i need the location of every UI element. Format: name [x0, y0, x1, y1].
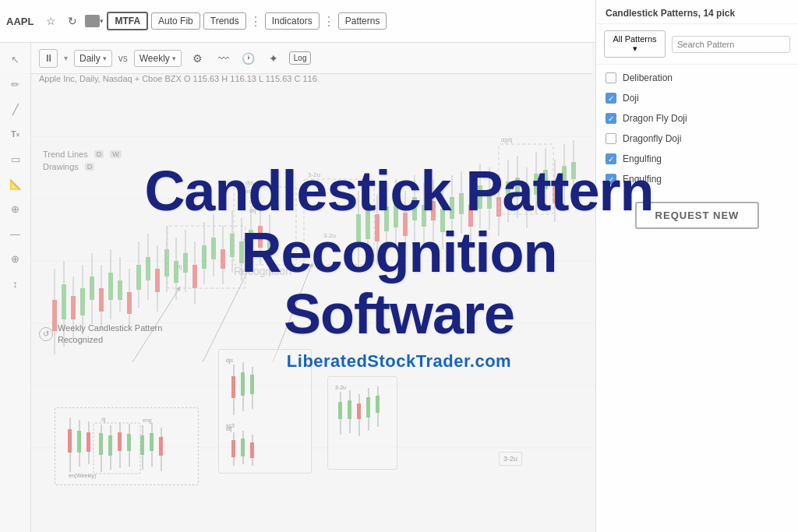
svg-rect-123 [87, 432, 90, 452]
svg-text:djs: djs [226, 358, 233, 364]
rectangle-tool[interactable]: ▭ [5, 149, 26, 169]
more-tabs-dots[interactable]: ⋮ [249, 14, 262, 29]
pause-icon[interactable]: ⏸ [39, 49, 58, 68]
request-new-button[interactable]: REQUEST NEW [635, 202, 760, 229]
magnet-icon[interactable]: ✦ [264, 49, 283, 68]
svg-rect-71 [431, 201, 436, 220]
svg-rect-13 [80, 288, 85, 315]
svg-rect-167 [376, 396, 380, 413]
svg-rect-67 [412, 197, 417, 220]
settings-icon[interactable]: ⚙ [188, 48, 208, 69]
log-toggle[interactable]: Log [289, 51, 312, 65]
engulfing-1-checkbox[interactable]: ✓ [606, 153, 616, 164]
svg-text:djs: djs [245, 179, 253, 186]
drawings-key-d: D [85, 163, 95, 171]
engulfing-2-label: Engulfing [623, 174, 662, 185]
left-sidebar-tools: ↖ ✏ ╱ Tx ▭ 📐 ⊕ — ⊕ ↕ [0, 43, 31, 532]
svg-rect-23 [127, 292, 132, 314]
svg-text:3-2u: 3-2u [308, 171, 320, 178]
recognition-watermark: Recognition [234, 265, 291, 277]
svg-rect-81 [478, 185, 482, 209]
dragonfly-doji-checkbox[interactable] [606, 133, 616, 144]
svg-rect-59 [375, 214, 380, 241]
svg-rect-15 [90, 277, 94, 300]
trend-lines-key-w: W [110, 150, 122, 158]
crosshair-tool[interactable]: ⊕ [5, 248, 26, 269]
trend-lines-label: Trend Lines [43, 150, 88, 159]
dragon-fly-doji-checkbox[interactable]: ✓ [606, 113, 616, 124]
cursor-tool[interactable]: ↖ [5, 49, 26, 69]
compare-timeframe-dropdown[interactable]: Weekly ▾ [134, 50, 182, 67]
svg-rect-135 [140, 435, 144, 455]
svg-rect-21 [118, 280, 122, 300]
svg-rect-65 [403, 213, 408, 236]
svg-rect-137 [150, 433, 154, 451]
clock-icon[interactable]: 🕐 [239, 49, 258, 68]
svg-rect-151 [231, 440, 235, 457]
weekly-notification: ↺ Weekly Candlestick Pattern Recognized [39, 322, 175, 345]
svg-rect-53 [267, 238, 272, 259]
svg-rect-57 [365, 206, 370, 239]
trend-lines-key-d: D [94, 150, 104, 158]
line-tool[interactable]: ╱ [5, 99, 26, 119]
pattern-item-doji[interactable]: ✓ Doji [596, 88, 798, 108]
doji-checkbox[interactable]: ✓ [606, 93, 616, 104]
favorite-icon[interactable]: ☆ [41, 12, 60, 30]
chart-info-bar: Apple Inc, Daily, Nasdaq + Cboe BZX O 11… [39, 74, 317, 83]
tab-trends[interactable]: Trends [203, 12, 246, 30]
tab-mtfa[interactable]: MTFA [107, 12, 148, 30]
vs-label: vs [118, 53, 128, 64]
color-picker[interactable]: ▾ [85, 12, 104, 30]
timeframe-arrow: ▾ [103, 55, 107, 62]
svg-text:dj: dj [101, 417, 106, 423]
svg-text:dj: dj [249, 198, 254, 205]
svg-rect-148 [250, 375, 254, 394]
svg-rect-130 [118, 432, 122, 451]
tab-patterns[interactable]: Patterns [338, 12, 387, 30]
indicator-icon[interactable]: 〰 [214, 49, 233, 68]
svg-rect-101 [571, 162, 576, 179]
svg-rect-27 [146, 257, 150, 280]
deliberation-checkbox[interactable] [606, 72, 616, 83]
deliberation-label: Deliberation [623, 72, 673, 83]
svg-rect-41 [211, 238, 216, 259]
pattern-item-deliberation[interactable]: Deliberation [596, 68, 798, 88]
compare-timeframe-arrow: ▾ [172, 55, 176, 62]
svg-rect-128 [108, 435, 112, 456]
chart-drawing-labels: Trend Lines D W Drawings D [43, 150, 122, 171]
svg-rect-104 [304, 179, 374, 265]
pause-label: ▾ [64, 54, 68, 62]
all-patterns-dropdown[interactable]: All Patterns ▾ [604, 30, 666, 58]
tab-indicators[interactable]: Indicators [265, 12, 320, 30]
svg-rect-95 [543, 170, 548, 189]
measure-tool[interactable]: 📐 [5, 174, 26, 194]
svg-rect-146 [241, 372, 245, 396]
svg-rect-144 [231, 376, 235, 398]
engulfing-1-label: Engulfing [623, 153, 662, 164]
engulfing-2-checkbox[interactable]: ✓ [606, 174, 616, 185]
zoom-icon[interactable]: ⊕ [5, 199, 26, 219]
pattern-item-engulfing-2[interactable]: ✓ Engulfing [596, 169, 798, 189]
svg-rect-153 [241, 439, 245, 456]
chart-info-text: Apple Inc, Daily, Nasdaq + Cboe BZX O 11… [39, 74, 317, 83]
pattern-item-dragonfly-doji[interactable]: Dragonfly Doji [596, 129, 798, 149]
arrow-tool[interactable]: ↕ [5, 273, 26, 294]
svg-rect-132 [127, 434, 131, 451]
svg-rect-55 [356, 214, 361, 244]
svg-rect-63 [394, 200, 398, 227]
tab-autofib[interactable]: Auto Fib [151, 12, 200, 30]
timeframe-dropdown[interactable]: Daily ▾ [74, 50, 112, 67]
svg-rect-119 [68, 429, 72, 453]
right-patterns-panel: Candlestick Patterns, 14 pick All Patter… [595, 0, 798, 532]
text-tool[interactable]: Tx [5, 124, 26, 144]
svg-rect-155 [250, 442, 254, 458]
svg-rect-35 [183, 253, 188, 273]
pattern-item-engulfing-1[interactable]: ✓ Engulfing [596, 149, 798, 169]
minus-tool[interactable]: — [5, 224, 26, 244]
pencil-tool[interactable]: ✏ [5, 74, 26, 94]
more-tabs-dots-2[interactable]: ⋮ [323, 14, 335, 29]
pattern-search-input[interactable] [672, 36, 790, 53]
svg-rect-25 [136, 265, 141, 290]
refresh-icon[interactable]: ↻ [63, 12, 82, 30]
pattern-item-dragon-fly-doji[interactable]: ✓ Dragon Fly Doji [596, 108, 798, 129]
